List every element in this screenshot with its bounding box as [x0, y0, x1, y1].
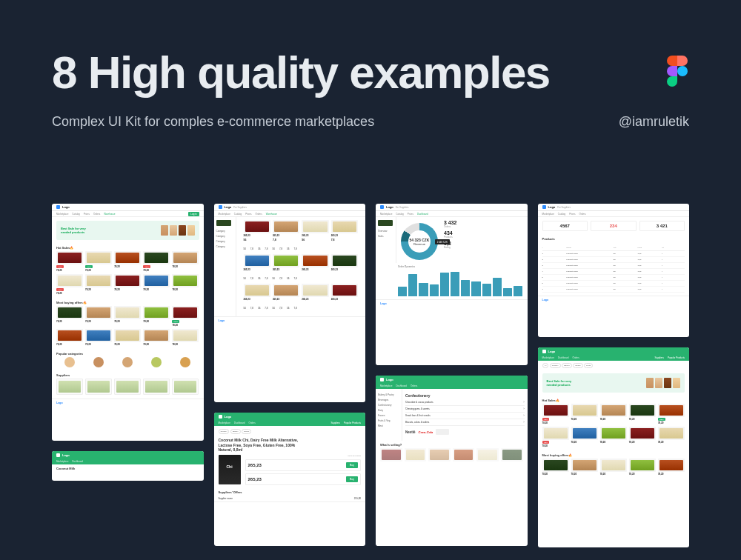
logo-text: Logo	[548, 205, 556, 209]
footer-logo: Logo	[542, 299, 549, 301]
section-title: Most buying offers🔥	[538, 451, 690, 459]
section-title: Popular categories	[52, 350, 204, 357]
logo-text: Logo	[548, 350, 556, 353]
hero-text: Best Sale for very needed products	[547, 379, 580, 387]
example-card-admin-table[interactable]: Logo For Suppliers Marketplace Catalog P…	[538, 204, 690, 337]
price: 265,23	[248, 477, 262, 481]
nav-item: Catalog	[396, 213, 403, 216]
buy-button: Buy	[346, 462, 358, 468]
product-image	[219, 455, 241, 484]
nav-item: Dashboard	[558, 356, 569, 359]
author-handle[interactable]: @iamruletik	[619, 114, 689, 130]
metric-value: 234	[594, 224, 634, 228]
logo-icon	[56, 453, 60, 457]
example-card-catalog[interactable]: Logo Marketplace Dashboard Orders Bakery…	[376, 376, 528, 546]
nav-item: Prices	[408, 213, 413, 216]
footer-logo: Logo	[56, 401, 63, 404]
section-title: Hot Sales🔥	[52, 244, 204, 251]
section-title: Suppliers' Offers	[214, 488, 366, 496]
section-title: Most buying offers🔥	[52, 299, 204, 306]
nav-item: Orders	[579, 213, 586, 216]
nav-item: Marketplace	[380, 213, 392, 216]
price: 265,23	[248, 463, 262, 467]
nav-item: Prices	[245, 213, 251, 216]
nav-item: Prices	[84, 213, 90, 216]
stat-value: 434	[444, 230, 523, 236]
nav-item: Orders	[249, 421, 256, 424]
logo-icon	[219, 205, 222, 209]
nav-item: Marketplace	[380, 384, 392, 387]
page-subtitle: Complex UI Kit for comples e-commerce ma…	[52, 114, 374, 130]
nav-item: Dashboard	[72, 460, 83, 463]
nav-item: Marketplace	[542, 356, 554, 359]
logo-text: Logo	[386, 205, 393, 209]
section-title: Suppliers	[52, 371, 204, 379]
hero-text: Best Sale for very needed products	[61, 227, 94, 234]
section-title: Hot Sales🔥	[538, 396, 690, 404]
figma-logo-icon	[667, 56, 688, 87]
footer-logo: Logo	[219, 319, 225, 322]
nav-item: Marketplace	[542, 213, 554, 216]
example-card-homepage-green[interactable]: Logo Marketplace Dashboard Orders Suppli…	[538, 347, 690, 547]
logo-text: Logo	[62, 453, 70, 457]
logo-icon	[542, 205, 546, 209]
buy-button: Buy	[346, 476, 358, 482]
cta-button: Log in	[188, 212, 199, 216]
metric-value: 3 421	[642, 224, 682, 228]
nav-item: Orders	[411, 384, 417, 387]
nav-item: Catalog	[234, 213, 242, 216]
logo-text: Logo	[386, 378, 393, 381]
bar-chart	[376, 270, 528, 299]
examples-gallery: Logo Marketplace Catalog Prices Orders W…	[52, 204, 689, 560]
logo-text: Logo	[62, 205, 70, 209]
nav-item: Orders	[256, 213, 262, 216]
example-card-dashboard[interactable]: Logo For Suppliers Marketplace Catalog P…	[376, 204, 528, 365]
nav-item: Orders	[573, 356, 579, 359]
nav-item: Warehouse	[266, 213, 277, 216]
logo-icon	[542, 350, 546, 353]
section-title: What's selling?	[376, 441, 528, 448]
nav-item: Prices	[569, 213, 575, 216]
nav-item: Marketplace	[56, 213, 68, 216]
section-title: Coconut Milk	[52, 464, 204, 472]
stat-value: 3 432	[444, 220, 523, 225]
nav-item: Catalog	[558, 213, 565, 216]
nav-item: Dashboard	[234, 421, 245, 424]
list-title: Confectionery	[405, 392, 525, 399]
nav-item: Warehouse	[104, 213, 115, 216]
hero-banner: Best Sale for very needed products	[542, 373, 685, 393]
example-card-product-grid[interactable]: Logo For Suppliers Marketplace Catalog P…	[214, 204, 366, 402]
logo-icon	[219, 415, 222, 419]
example-card-product-detail[interactable]: Logo Marketplace Dashboard Orders Suppli…	[214, 413, 366, 546]
example-card-green-header[interactable]: Logo Marketplace Dashboard Coconut Milk	[52, 451, 204, 481]
logo-text: Logo	[225, 205, 232, 209]
donut-chart: 54 323 CZKRevenue 2 449 CZK	[401, 223, 438, 260]
nav-item: Dashboard	[417, 213, 428, 216]
product-title: Coconut Milk Chi, Dairy Free Milk Altern…	[214, 436, 303, 455]
nav-item: Orders	[93, 213, 100, 216]
logo-icon	[380, 378, 384, 381]
example-card-homepage[interactable]: Logo Marketplace Catalog Prices Orders W…	[52, 204, 204, 441]
nav-item: Marketplace	[219, 421, 230, 424]
nav-item: Dashboard	[396, 384, 407, 387]
chart-title: Order Dynamics	[376, 263, 528, 270]
logo-icon	[380, 205, 384, 209]
stat-value: 6,8	[444, 241, 523, 246]
nav-item: Marketplace	[219, 213, 230, 216]
footer-logo: Logo	[380, 302, 387, 305]
metric-value: 4567	[545, 224, 585, 228]
hero-banner: Best Sale for very needed products	[56, 221, 199, 240]
page-title: 8 High quality examples	[52, 48, 689, 98]
nav-item: Marketplace	[56, 460, 68, 463]
logo-text: Logo	[225, 415, 232, 419]
products-table: #NameQtyPriceSt 1Product name5678,2• 2Pr…	[538, 242, 690, 296]
section-title: Products	[538, 235, 690, 242]
logo-icon	[56, 205, 60, 209]
nav-item: Catalog	[72, 213, 79, 216]
